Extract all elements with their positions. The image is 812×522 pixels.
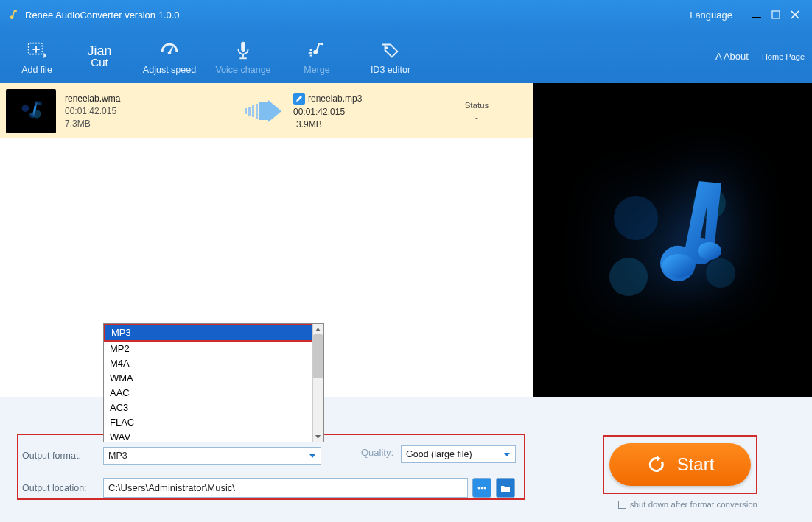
format-option-mp2[interactable]: MP2 [104,342,323,356]
output-format-select[interactable]: MP3 [103,447,321,465]
app-icon [7,8,21,21]
format-option-wma[interactable]: WMA [104,371,323,386]
svg-point-27 [481,487,483,489]
add-file-label: Add file [21,65,52,75]
home-page-link[interactable]: Home Page [762,52,805,61]
format-option-wav[interactable]: WAV [104,430,323,442]
svg-rect-12 [245,108,247,114]
window-title: Renee AudioConverter version 1.0.0 [25,10,180,21]
svg-point-10 [22,105,29,112]
src-size: 7.3MB [65,119,234,129]
language-link[interactable]: Language [690,10,732,21]
output-location-label: Output location: [22,483,103,493]
format-option-aac[interactable]: AAC [104,386,323,401]
mic-icon [232,38,254,63]
shutdown-label: shut down after format conversion [630,500,757,509]
close-button[interactable] [785,5,805,24]
adjust-speed-label: Adjust speed [143,65,196,75]
more-options-button[interactable] [472,478,491,498]
svg-rect-5 [241,42,245,52]
open-folder-button[interactable] [496,478,515,498]
svg-rect-4 [169,46,174,52]
svg-point-19 [706,258,735,288]
quality-select[interactable]: Good (large file) [401,445,516,463]
music-note-icon [584,152,761,328]
svg-rect-1 [772,11,780,18]
svg-point-20 [662,254,695,278]
dst-size: 3.9MB [293,119,426,130]
shutdown-checkbox[interactable] [618,501,626,509]
scroll-down-icon[interactable] [312,431,323,442]
svg-rect-15 [256,104,258,119]
svg-rect-6 [242,54,244,58]
preview-panel [533,83,812,397]
format-option-m4a[interactable]: M4A [104,356,323,371]
svg-point-28 [484,487,486,489]
scroll-up-icon[interactable] [312,324,323,334]
merge-icon [306,38,328,63]
dropdown-scrollbar[interactable] [312,324,323,442]
svg-rect-7 [239,57,246,59]
output-location-input[interactable] [103,478,468,498]
start-button-highlight: Start [603,435,757,494]
svg-point-8 [385,46,388,49]
format-option-mp3[interactable]: MP3 [105,325,322,340]
status-header: Status [465,101,489,110]
format-option-ac3[interactable]: AC3 [104,401,323,415]
adjust-speed-button[interactable]: Adjust speed [133,31,206,82]
format-option-flac[interactable]: FLAC [104,415,323,430]
svg-point-21 [698,242,721,260]
quality-label: Quality: [361,447,393,458]
tag-icon [379,38,402,63]
gauge-icon [158,38,181,63]
merge-label: Merge [304,65,329,75]
cut-label-bottom: Cut [91,56,108,68]
svg-rect-14 [252,105,254,117]
main-toolbar: Add file Jian Cut Adjust speed Voice cha… [0,29,812,83]
merge-button[interactable]: Merge [280,31,354,82]
refresh-icon [646,454,667,475]
output-format-label: Output format: [22,451,103,461]
file-row[interactable]: reneelab.wma 00:01:42.015 7.3MB reneelab… [0,83,533,138]
add-file-button[interactable]: Add file [7,31,66,82]
cut-button[interactable]: Jian Cut [66,31,133,82]
dst-duration: 00:01:42.015 [293,107,426,117]
maximize-button[interactable] [766,5,785,24]
add-file-icon [26,38,48,63]
file-thumbnail [6,89,56,133]
arrow-icon [234,100,293,122]
minimize-button[interactable] [747,5,766,24]
quality-value: Good (large file) [406,449,472,459]
about-link[interactable]: A About [715,51,749,62]
status-value: - [475,113,478,121]
svg-point-16 [614,196,658,240]
voice-change-label: Voice change [215,65,270,75]
svg-rect-13 [248,107,251,116]
svg-point-26 [478,487,480,489]
svg-point-18 [609,258,648,296]
src-filename: reneelab.wma [65,94,234,104]
start-label: Start [677,454,715,475]
bottom-panel: MP3 MP2 M4A WMA AAC AC3 FLAC WAV Output … [0,397,812,522]
scroll-thumb[interactable] [313,334,323,378]
edit-icon [293,93,305,105]
dst-filename: reneelab.mp3 [308,94,362,104]
chevron-down-icon [307,451,318,463]
src-duration: 00:01:42.015 [65,106,234,116]
shutdown-checkbox-row[interactable]: shut down after format conversion [618,500,757,509]
id3-editor-button[interactable]: ID3 editor [354,31,427,82]
format-dropdown[interactable]: MP3 MP2 M4A WMA AAC AC3 FLAC WAV [103,323,324,442]
id3-editor-label: ID3 editor [371,65,410,75]
svg-rect-0 [752,17,761,18]
output-format-value: MP3 [108,451,127,461]
chevron-down-icon [502,449,512,462]
svg-rect-9 [14,94,48,128]
titlebar: Renee AudioConverter version 1.0.0 Langu… [0,0,812,29]
voice-change-button[interactable]: Voice change [206,31,280,82]
start-button[interactable]: Start [609,443,751,486]
